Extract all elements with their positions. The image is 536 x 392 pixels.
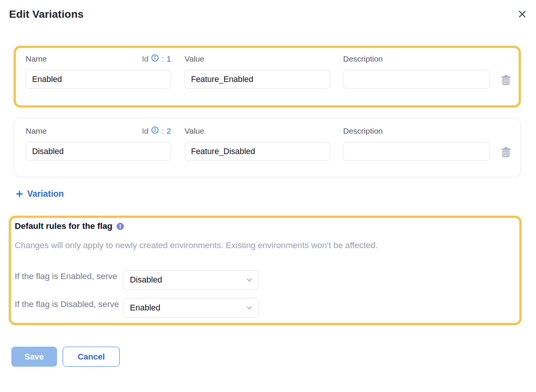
variation-value-input[interactable] [185, 142, 330, 161]
id-colon: : [162, 127, 164, 136]
cancel-button[interactable]: Cancel [63, 347, 120, 367]
default-rules-card: Default rules for the flag Changes will … [9, 216, 522, 325]
delete-variation-button[interactable] [501, 147, 511, 158]
name-column-label: Name [26, 54, 47, 63]
dialog-header: Edit Variations [0, 0, 536, 20]
rule-row-enabled: If the flag is Enabled, serve Disabled [15, 270, 512, 290]
default-rules-list: If the flag is Enabled, serve Disabled I… [15, 270, 512, 318]
plus-icon [16, 190, 23, 198]
info-filled-icon[interactable] [116, 222, 124, 230]
value-column-label: Value [185, 127, 204, 136]
close-icon [518, 9, 527, 20]
variation-description-input[interactable] [343, 70, 490, 89]
id-value: 2 [166, 127, 171, 136]
chevron-down-icon [246, 305, 253, 311]
add-variation-label: Variation [27, 189, 64, 199]
chevron-down-icon [246, 277, 253, 283]
dialog-title: Edit Variations [9, 8, 527, 20]
variation-name-input[interactable] [26, 142, 171, 161]
trash-icon [501, 74, 511, 86]
trash-icon [501, 147, 511, 159]
save-button[interactable]: Save [11, 347, 57, 367]
id-label: Id [142, 54, 149, 63]
id-colon: : [162, 54, 164, 63]
variation-description-input[interactable] [343, 142, 490, 161]
add-variation-button[interactable]: Variation [16, 189, 64, 199]
delete-variation-button[interactable] [501, 75, 511, 86]
description-column-label: Description [343, 54, 383, 63]
name-column-label: Name [26, 127, 47, 136]
rule-label: If the flag is Enabled, serve [15, 270, 123, 282]
variation-id-badge: Id : 1 [142, 54, 171, 64]
dialog-footer: Save Cancel [11, 347, 536, 367]
id-value: 1 [166, 54, 171, 63]
variation-value-input[interactable] [185, 70, 330, 89]
select-value: Disabled [130, 275, 162, 285]
variation-id-badge: Id : 2 [142, 126, 171, 136]
serve-variation-select[interactable]: Disabled [123, 270, 259, 290]
close-button[interactable] [516, 9, 528, 20]
value-column-label: Value [185, 54, 204, 63]
rule-row-disabled: If the flag is Disabled, serve Enabled [15, 298, 512, 318]
variation-card-1: Name Id : 1 Value [14, 46, 521, 108]
rule-label: If the flag is Disabled, serve [15, 298, 123, 310]
variation-card-2: Name Id : 2 Value [14, 118, 521, 177]
info-icon[interactable] [151, 126, 159, 136]
serve-variation-select[interactable]: Enabled [123, 298, 259, 318]
id-label: Id [142, 127, 149, 136]
select-value: Enabled [130, 303, 160, 313]
default-rules-title: Default rules for the flag [15, 221, 112, 231]
default-rules-note: Changes will only apply to newly created… [15, 240, 512, 251]
description-column-label: Description [343, 127, 383, 136]
variation-name-input[interactable] [26, 70, 171, 89]
info-icon[interactable] [151, 54, 159, 64]
